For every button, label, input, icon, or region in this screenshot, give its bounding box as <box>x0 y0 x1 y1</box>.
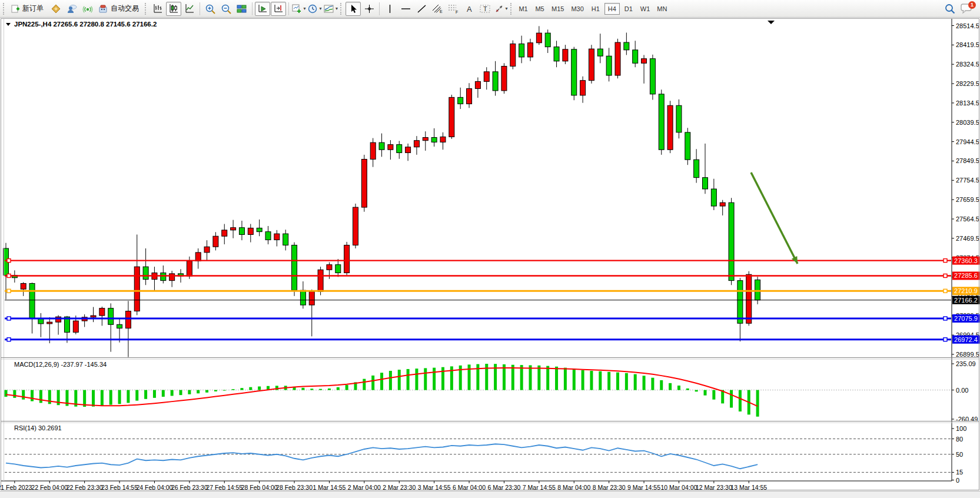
template-icon <box>324 4 334 14</box>
auto-trading-icon <box>98 4 108 14</box>
vertical-line-icon <box>386 4 394 14</box>
toolbar-grip <box>3 3 6 15</box>
svg-text:28134.5: 28134.5 <box>956 99 979 107</box>
search-icon[interactable] <box>944 3 956 15</box>
svg-text:28229.5: 28229.5 <box>956 80 979 87</box>
zoom-out-button[interactable] <box>218 2 234 16</box>
text-label-glyph: T <box>483 5 487 12</box>
timeframe-button-h1[interactable]: H1 <box>588 3 603 15</box>
svg-text:27469.5: 27469.5 <box>956 235 979 242</box>
timeframe-button-w1[interactable]: W1 <box>637 3 653 15</box>
text-button[interactable]: A <box>461 2 477 16</box>
chart-canvas[interactable]: 28514.528419.528324.528229.528134.528039… <box>0 18 980 491</box>
timeframe-button-m5[interactable]: M5 <box>532 3 547 15</box>
crosshair-button[interactable] <box>361 2 377 16</box>
text-label-button[interactable]: T <box>477 2 493 16</box>
cursor-button[interactable] <box>346 2 361 16</box>
community-button[interactable] <box>64 2 79 16</box>
add-indicator-icon <box>292 4 302 14</box>
line-chart-button[interactable] <box>182 2 197 16</box>
toolbar-grip <box>145 3 148 15</box>
svg-text:28039.5: 28039.5 <box>956 119 979 126</box>
timeframe-toolbar: M1M5M15M30H1H4D1W1MN <box>516 3 670 15</box>
svg-text:27659.5: 27659.5 <box>956 196 979 203</box>
candlestick-chart-icon <box>168 4 179 14</box>
candlestick-chart-button[interactable] <box>166 2 181 16</box>
trendline-button[interactable] <box>414 2 429 16</box>
new-order-label: 新订单 <box>22 4 44 14</box>
toolbar-separator <box>252 2 253 15</box>
vertical-line-button[interactable] <box>382 2 397 16</box>
horizontal-line-button[interactable] <box>398 2 413 16</box>
user-cloud-icon <box>67 4 77 14</box>
svg-text:27075.9: 27075.9 <box>954 315 978 322</box>
svg-text:26972.4: 26972.4 <box>954 336 978 343</box>
timeframe-button-h4[interactable]: H4 <box>604 3 620 15</box>
equidistant-channel-icon: E <box>432 4 443 14</box>
auto-trading-button[interactable]: 自动交易 <box>96 2 143 16</box>
signal-icon <box>82 4 93 14</box>
metaeditor-button[interactable] <box>48 2 64 16</box>
svg-text:27166.2: 27166.2 <box>954 297 978 304</box>
svg-text:27564.5: 27564.5 <box>956 215 979 223</box>
auto-trading-label: 自动交易 <box>111 4 139 14</box>
svg-text:26899.5: 26899.5 <box>956 351 979 358</box>
text-icon: A <box>465 4 474 14</box>
timeframe-button-mn[interactable]: MN <box>654 3 670 15</box>
timeframe-button-m30[interactable]: M30 <box>568 3 586 15</box>
svg-text:RSI(14) 30.2691: RSI(14) 30.2691 <box>14 424 62 431</box>
clock-icon <box>308 4 318 14</box>
zoom-in-button[interactable] <box>202 2 218 16</box>
fibonacci-icon: F <box>448 4 459 14</box>
periods-button[interactable]: ▾ <box>307 2 323 16</box>
toolbar-separator <box>379 2 380 15</box>
bar-chart-icon <box>152 4 163 14</box>
toolbar-grip <box>340 3 343 15</box>
chart-shift-icon <box>273 4 284 14</box>
timeframe-button-m1[interactable]: M1 <box>516 3 531 15</box>
chart-background <box>0 18 980 491</box>
auto-scroll-icon <box>257 4 268 14</box>
svg-text:27944.5: 27944.5 <box>956 138 979 145</box>
notification-count-badge: 1 <box>968 1 976 9</box>
timeframe-button-m15[interactable]: M15 <box>549 3 567 15</box>
toolbar-separator <box>288 2 289 15</box>
svg-text:0: 0 <box>956 477 959 484</box>
window-bottom-edge <box>0 491 980 498</box>
toolbar-separator <box>200 2 200 15</box>
chart-window[interactable]: 28514.528419.528324.528229.528134.528039… <box>0 18 980 491</box>
signals-button[interactable] <box>80 2 95 16</box>
tile-windows-button[interactable] <box>234 2 250 16</box>
svg-text:27360.3: 27360.3 <box>954 257 978 264</box>
toolbar-right-icons: 1 <box>944 2 978 15</box>
text-label-icon: T <box>480 4 491 14</box>
svg-text:28514.5: 28514.5 <box>956 22 979 29</box>
bar-chart-button[interactable] <box>150 2 165 16</box>
arrows-button[interactable]: ▾ <box>493 2 509 16</box>
horizontal-line-icon <box>401 4 411 14</box>
svg-text:50: 50 <box>956 451 963 458</box>
cursor-icon <box>349 4 358 14</box>
timeframe-button-d1[interactable]: D1 <box>621 3 636 15</box>
arrows-icon <box>494 4 504 14</box>
svg-text:MACD(12,26,9) -237.97 -145.34: MACD(12,26,9) -237.97 -145.34 <box>14 361 107 368</box>
crosshair-icon <box>364 4 374 14</box>
equidistant-channel-button[interactable]: E <box>430 2 445 16</box>
svg-text:15: 15 <box>956 469 963 476</box>
main-toolbar: 新订单 自动交易 ▾ ▾ <box>0 0 980 18</box>
svg-text:80: 80 <box>956 436 963 443</box>
fibonacci-glyph: F <box>456 10 458 14</box>
fibonacci-button[interactable]: F <box>446 2 461 16</box>
svg-text:27754.5: 27754.5 <box>956 177 979 184</box>
svg-text:28324.5: 28324.5 <box>956 61 979 68</box>
svg-text:28419.5: 28419.5 <box>956 41 979 48</box>
new-order-button[interactable]: 新订单 <box>8 2 48 16</box>
svg-text:0.00: 0.00 <box>956 387 968 394</box>
dropdown-arrow-icon: ▾ <box>303 6 305 11</box>
chart-shift-button[interactable] <box>271 2 286 16</box>
templates-button[interactable]: ▾ <box>323 2 338 16</box>
add-indicator-button[interactable]: ▾ <box>291 2 307 16</box>
svg-text:100: 100 <box>956 425 966 432</box>
notification-button[interactable]: 1 <box>961 2 974 15</box>
auto-scroll-button[interactable] <box>255 2 270 16</box>
